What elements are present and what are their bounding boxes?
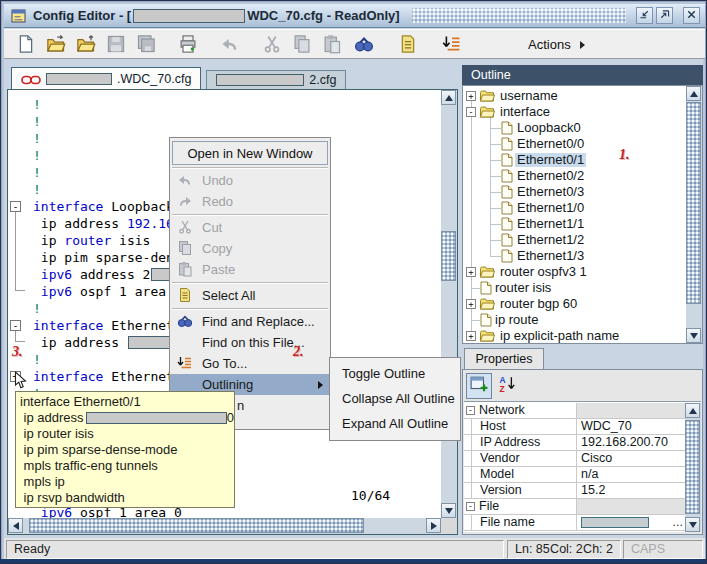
categorized-view-button[interactable]	[466, 373, 492, 399]
tab-wdc70-cfg[interactable]: .WDC_70.cfg	[11, 67, 201, 89]
select-all-button[interactable]	[398, 34, 420, 56]
scroll-down-button[interactable]	[686, 328, 701, 343]
submenu-item-expand-all-outline[interactable]: Expand All Outline	[330, 411, 460, 436]
collapse-icon[interactable]: -	[466, 502, 475, 511]
tooltip-line: mpls traffic-eng tunnels	[20, 458, 234, 474]
expand-icon[interactable]: +	[466, 331, 476, 341]
property-row-version[interactable]: Version15.2	[464, 483, 685, 499]
close-window-button[interactable]	[683, 7, 700, 24]
scroll-left-button[interactable]	[8, 518, 23, 533]
outline-tree: +username-interfaceLoopback0Ethernet0/0E…	[462, 85, 703, 344]
menu-item-go-to[interactable]: Go To...	[170, 353, 330, 374]
horizontal-scrollbar-thumb[interactable]	[29, 518, 364, 533]
submenu-item-toggle-outline[interactable]: Toggle Outline	[330, 361, 460, 386]
tooltip-line: mpls ip	[20, 474, 234, 490]
outline-item-router-bgp-60[interactable]: +router bgp 60	[463, 296, 686, 312]
collapse-fold-icon[interactable]: -	[10, 201, 21, 212]
print-button[interactable]	[178, 34, 200, 56]
outline-item-label: Ethernet0/0	[517, 137, 584, 151]
find-button[interactable]	[354, 34, 376, 56]
open-file-button[interactable]	[46, 34, 68, 56]
code-token: interface	[33, 199, 103, 214]
outline-item-ethernet0-0[interactable]: Ethernet0/0	[463, 136, 686, 152]
property-label: Host	[480, 419, 506, 434]
vertical-scrollbar-thumb[interactable]	[685, 420, 700, 514]
outline-item-label: Ethernet0/1	[515, 153, 586, 167]
menu-item-open-in-new-window[interactable]: Open in New Window	[172, 141, 328, 165]
outline-item-ethernet0-2[interactable]: Ethernet0/2	[463, 168, 686, 184]
property-value[interactable]: n/a	[576, 467, 685, 482]
property-value[interactable]: WDC_70	[576, 419, 685, 434]
property-row-model[interactable]: Modeln/a	[464, 467, 685, 483]
outline-item-username[interactable]: +username	[463, 88, 686, 104]
outline-item-ip-explicit-path-name[interactable]: +ip explicit-path name	[463, 328, 686, 344]
outline-item-ethernet1-2[interactable]: Ethernet1/2	[463, 232, 686, 248]
outline-item-loopback0[interactable]: Loopback0	[463, 120, 686, 136]
restore-window-button[interactable]	[636, 7, 653, 24]
outline-item-router-isis[interactable]: router isis	[463, 280, 686, 296]
property-row-file[interactable]: -File	[464, 499, 685, 515]
new-document-button[interactable]	[16, 34, 38, 56]
outline-item-router-ospfv3-1[interactable]: +router ospfv3 1	[463, 264, 686, 280]
scroll-up-button[interactable]	[685, 403, 700, 418]
ellipsis-button[interactable]: ...	[673, 515, 683, 530]
collapse-icon[interactable]: -	[466, 406, 475, 415]
code-token: ipv6	[41, 284, 72, 299]
editor-line[interactable]: !	[8, 96, 441, 113]
menu-item-select-all[interactable]: Select All	[170, 285, 330, 306]
submenu-item-collapse-all-outline[interactable]: Collapse All Outline	[330, 386, 460, 411]
title-bar[interactable]: Config Editor - [WDC_70.cfg - ReadOnly]	[4, 4, 705, 28]
property-label: File	[479, 499, 499, 514]
outline-item-ethernet1-1[interactable]: Ethernet1/1	[463, 216, 686, 232]
menu-item-label: n	[237, 398, 244, 413]
property-label: IP Address	[480, 435, 540, 450]
go-to-button[interactable]	[442, 34, 464, 56]
scroll-up-button[interactable]	[686, 86, 701, 101]
code-token: ip address	[33, 335, 127, 350]
expand-icon[interactable]: +	[466, 299, 476, 309]
outline-item-ethernet0-3[interactable]: Ethernet0/3	[463, 184, 686, 200]
outline-item-ethernet1-3[interactable]: Ethernet1/3	[463, 248, 686, 264]
outline-item-ethernet0-1[interactable]: Ethernet0/1	[463, 152, 686, 168]
collapse-fold-icon[interactable]: -	[10, 320, 21, 331]
property-value-text: Cisco	[581, 451, 612, 465]
sort-alphabetical-button[interactable]: AZ	[495, 373, 521, 399]
new-document-icon	[16, 34, 36, 54]
outline-item-interface[interactable]: -interface	[463, 104, 686, 120]
tab-other-cfg[interactable]: 2.cfg	[206, 70, 346, 89]
property-label: Network	[479, 403, 525, 418]
properties-vertical-scrollbar	[685, 403, 701, 532]
property-row-vendor[interactable]: VendorCisco	[464, 451, 685, 467]
property-row-ip-address[interactable]: IP Address192.168.200.70	[464, 435, 685, 451]
editor-line[interactable]: !	[8, 113, 441, 130]
outline-item-ip-route[interactable]: ip route	[463, 312, 686, 328]
property-row-network[interactable]: -Network	[464, 403, 685, 419]
property-value-text: 15.2	[581, 483, 605, 497]
collapse-icon[interactable]: -	[466, 107, 476, 117]
undo-icon	[177, 172, 193, 188]
maximize-window-button[interactable]	[656, 7, 673, 24]
property-value[interactable]: ...	[576, 515, 685, 530]
link-icon	[21, 74, 41, 84]
scroll-down-button[interactable]	[685, 517, 700, 532]
annotation-3: 3.	[12, 344, 23, 360]
expand-icon[interactable]: +	[466, 267, 476, 277]
scroll-up-button[interactable]	[441, 90, 456, 105]
property-value[interactable]: 192.168.200.70	[576, 435, 685, 450]
scroll-right-button[interactable]	[426, 518, 441, 533]
property-row-host[interactable]: HostWDC_70	[464, 419, 685, 435]
actions-menu-button[interactable]: Actions	[528, 37, 585, 52]
property-value[interactable]: Cisco	[576, 451, 685, 466]
outline-item-ethernet1-0[interactable]: Ethernet1/0	[463, 200, 686, 216]
open-folder-button[interactable]	[76, 34, 98, 56]
property-row-file-name[interactable]: File name...	[464, 515, 685, 531]
expand-icon[interactable]: +	[466, 91, 476, 101]
vertical-scrollbar-thumb[interactable]	[686, 102, 701, 304]
property-value[interactable]: 15.2	[576, 483, 685, 498]
menu-item-find-on-this-file[interactable]: Find on this File...	[170, 332, 330, 353]
tab-properties[interactable]: Properties	[464, 348, 544, 370]
outline-item-label: Loopback0	[517, 121, 581, 135]
menu-item-find-and-replace[interactable]: Find and Replace...	[170, 311, 330, 332]
scroll-down-button[interactable]	[441, 503, 456, 518]
vertical-scrollbar-thumb[interactable]	[441, 231, 456, 281]
